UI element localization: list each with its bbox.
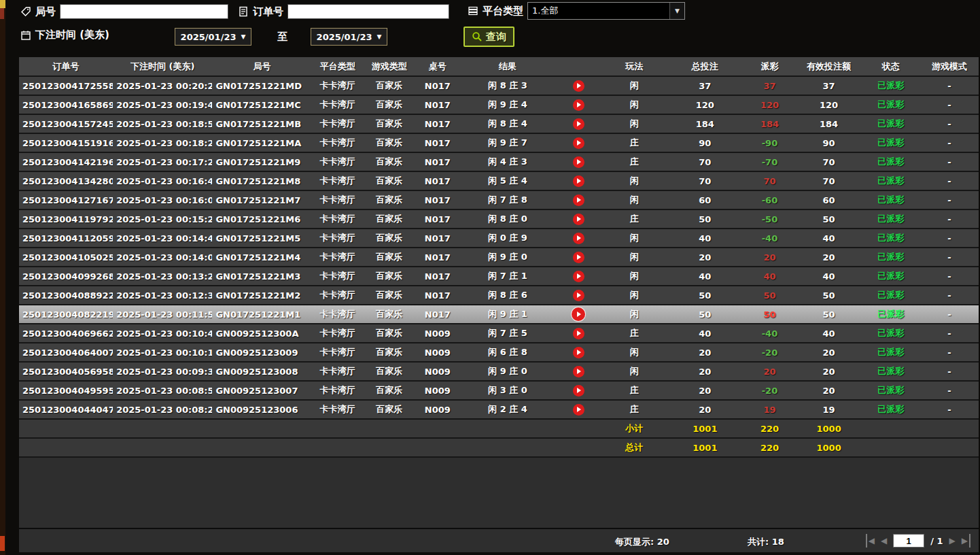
cell-mode: - (920, 400, 979, 419)
cell-mode: - (920, 286, 979, 305)
replay-video-button[interactable] (573, 137, 584, 149)
cell-time: 2025-01-23 00:15:24 (113, 209, 212, 229)
cell-result: 闲 8 庄 3 (460, 76, 555, 95)
cell-game: 百家乐 (364, 381, 415, 400)
page-input[interactable] (893, 534, 924, 548)
cell-play: 闲 (601, 95, 667, 114)
replay-video-button[interactable] (573, 385, 584, 397)
replay-video-button[interactable] (573, 328, 584, 339)
cell-mode: - (920, 76, 979, 95)
date-from-picker[interactable]: 2025/01/23 ▼ (175, 28, 251, 46)
replay-video-button[interactable] (573, 404, 584, 416)
replay-cell (555, 76, 601, 95)
cell-payout: 184 (743, 114, 796, 133)
cell-payout: -50 (743, 209, 796, 229)
cell-game: 百家乐 (364, 362, 415, 381)
cell-total_bet: 50 (667, 209, 743, 229)
replay-cell (555, 152, 601, 171)
cell-result: 闲 8 庄 6 (460, 286, 555, 305)
search-button[interactable]: 查询 (463, 27, 514, 47)
replay-cell (555, 343, 601, 362)
date-to-label: 至 (277, 31, 287, 44)
cell-mode: - (920, 248, 979, 267)
chevron-down-icon: ▼ (241, 33, 245, 40)
table-row[interactable]: 2501230040889222025-01-23 00:12:31GN0172… (19, 286, 979, 305)
last-page-button[interactable]: ▶ (962, 534, 970, 548)
cell-total_bet: 20 (667, 248, 743, 267)
cell-status: 已派彩 (862, 248, 920, 267)
replay-video-button[interactable] (573, 118, 584, 130)
per-page-label: 每页显示: 20 (615, 536, 669, 548)
table-row[interactable]: 2501230040640072025-01-23 00:10:13GN0092… (19, 343, 979, 362)
replay-video-button[interactable] (572, 307, 585, 321)
table-row[interactable]: 2501230040822192025-01-23 00:11:54GN0172… (19, 305, 979, 324)
platform-select[interactable]: 1.全部 ▼ (527, 2, 685, 20)
cell-time: 2025-01-23 00:17:29 (113, 152, 212, 171)
cell-platform: 卡卡湾厅 (312, 286, 364, 305)
layers-icon (468, 5, 478, 16)
table-row[interactable]: 2501230040495952025-01-23 00:08:50GN0092… (19, 381, 979, 400)
replay-video-button[interactable] (573, 80, 584, 92)
table-row[interactable]: 2501230040696622025-01-23 00:10:45GN0092… (19, 324, 979, 343)
cell-play: 闲 (601, 267, 667, 286)
replay-video-button[interactable] (573, 175, 584, 187)
date-to-picker[interactable]: 2025/01/23 ▼ (311, 28, 387, 46)
table-row[interactable]: 2501230040992682025-01-23 00:13:27GN0172… (19, 267, 979, 286)
cell-platform: 卡卡湾厅 (312, 190, 364, 209)
table-row[interactable]: 2501230040569582025-01-23 00:09:30GN0092… (19, 362, 979, 381)
table-row[interactable]: 2501230041658692025-01-23 00:19:43GN0172… (19, 95, 979, 114)
table-row[interactable]: 2501230041519162025-01-23 00:18:23GN0172… (19, 133, 979, 152)
cell-order: 250123004142196 (19, 152, 113, 171)
table-row[interactable]: 2501230041342802025-01-23 00:16:47GN0172… (19, 171, 979, 190)
edge-fragment (0, 536, 5, 551)
search-icon (472, 31, 483, 42)
cell-table_no: N009 (415, 324, 460, 343)
cell-mode: - (920, 362, 979, 381)
cell-result: 闲 4 庄 3 (460, 152, 555, 171)
order-input[interactable] (287, 4, 449, 19)
replay-video-button[interactable] (573, 156, 584, 168)
column-header: 总投注 (667, 57, 743, 76)
first-page-button[interactable]: ◀ (866, 534, 875, 548)
prev-page-button[interactable]: ◀ (881, 534, 887, 548)
replay-video-button[interactable] (573, 99, 584, 111)
table-row[interactable]: 2501230041120592025-01-23 00:14:40GN0172… (19, 229, 979, 248)
table-row[interactable]: 2501230041725582025-01-23 00:20:23GN0172… (19, 76, 979, 95)
cell-game: 百家乐 (364, 229, 415, 248)
cell-result: 闲 9 庄 7 (460, 133, 555, 152)
replay-video-button[interactable] (573, 271, 584, 282)
replay-video-button[interactable] (573, 366, 584, 377)
replay-video-button[interactable] (573, 195, 584, 206)
cell-table_no: N009 (415, 400, 460, 419)
replay-video-button[interactable] (573, 214, 584, 225)
replay-video-button[interactable] (573, 347, 584, 358)
replay-video-button[interactable] (573, 233, 584, 244)
round-input[interactable] (60, 4, 228, 19)
cell-time: 2025-01-23 00:19:43 (113, 95, 212, 114)
cell-valid_bet: 20 (797, 362, 862, 381)
replay-video-button[interactable] (573, 252, 584, 263)
replay-cell (555, 133, 601, 152)
table-row[interactable]: 2501230041197922025-01-23 00:15:24GN0172… (19, 209, 979, 229)
bet-time-label: 下注时间 (美东) (35, 29, 109, 41)
replay-video-button[interactable] (573, 290, 584, 301)
next-page-button[interactable]: ▶ (949, 534, 956, 548)
cell-valid_bet: 40 (797, 324, 862, 343)
cell-time: 2025-01-23 00:08:21 (113, 400, 212, 419)
total-total_bet: 1001 (667, 438, 743, 457)
cell-play: 闲 (601, 171, 667, 190)
cell-payout: 20 (743, 248, 796, 267)
table-row[interactable]: 2501230041271672025-01-23 00:16:06GN0172… (19, 190, 979, 209)
cell-round: GN017251221MD (212, 76, 311, 95)
table-row[interactable]: 2501230041572452025-01-23 00:18:55GN0172… (19, 114, 979, 133)
cell-table_no: N017 (415, 229, 460, 248)
table-row[interactable]: 2501230040440472025-01-23 00:08:21GN0092… (19, 400, 979, 419)
table-row[interactable]: 2501230041421962025-01-23 00:17:29GN0172… (19, 152, 979, 171)
cell-mode: - (920, 114, 979, 133)
cell-payout: 37 (743, 76, 796, 95)
cell-play: 庄 (601, 381, 667, 400)
table-row[interactable]: 2501230041050252025-01-23 00:14:00GN0172… (19, 248, 979, 267)
column-header: 派彩 (743, 57, 796, 76)
cell-valid_bet: 70 (797, 171, 862, 190)
cell-valid_bet: 19 (797, 400, 862, 419)
